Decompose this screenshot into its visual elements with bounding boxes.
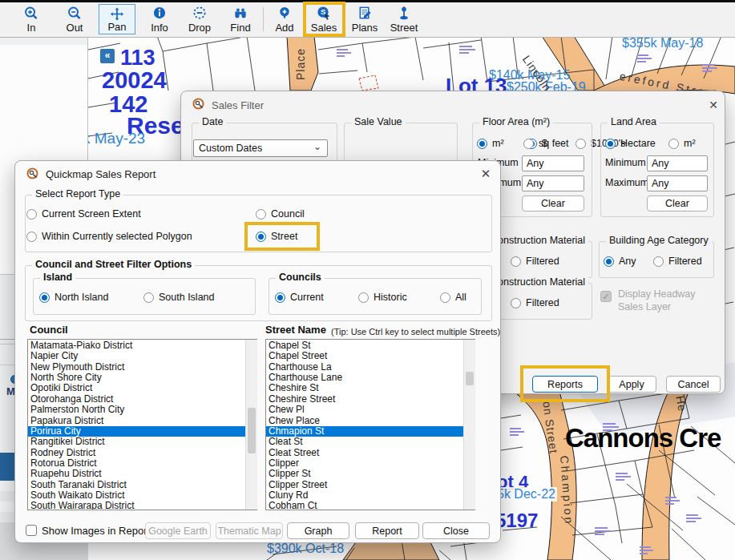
checkbox-label: Display Headway Sales Layer [618,288,718,313]
land-area-hectare-radio[interactable] [605,139,616,149]
list-item[interactable]: Rotorua District [30,458,256,469]
land-area-min-field[interactable]: Any [647,155,708,171]
toolbar-button-sales[interactable]: S Sales [305,4,342,34]
island-north-radio[interactable] [39,292,50,303]
radio-label: Filtered [526,297,559,308]
list-item[interactable]: Cleat St [269,437,475,447]
toolbar-button-pan[interactable]: Pan [99,4,135,34]
list-item[interactable]: Rodney District [30,448,256,458]
display-headway-checkbox[interactable]: ✓ [600,291,612,302]
councils-all-radio[interactable] [440,292,450,303]
list-item[interactable]: Papakura District [30,416,256,426]
show-images-checkbox[interactable] [26,525,37,536]
island-south-radio[interactable] [143,292,154,303]
toolbar-button-street[interactable]: Street [386,4,422,34]
toolbar-label: Add [275,22,293,33]
report-type-polygon-radio[interactable] [26,232,37,242]
list-item[interactable]: Cluny Rd [269,490,475,501]
list-item[interactable]: North Shore City [30,373,256,383]
land-area-max-field[interactable]: Any [647,175,708,191]
list-item[interactable]: Chew Pl [269,405,475,415]
group-label: Councils [276,272,325,283]
list-item[interactable]: Otorohanga District [30,394,256,405]
report-type-street-radio[interactable] [256,232,266,242]
list-item[interactable]: Matamata-Piako District [30,340,256,351]
google-earth-button[interactable]: Google Earth [145,522,211,539]
toolbar-button-find[interactable]: Find [222,4,259,34]
close-icon[interactable]: ✕ [479,167,493,181]
council-listbox[interactable]: Matamata-Piako DistrictNapier CityNew Pl… [27,339,257,510]
floor-area-max-field[interactable]: Any [522,175,584,191]
list-item[interactable]: Chapel St [269,340,475,351]
building-age-filtered-radio[interactable] [653,256,664,267]
list-item[interactable]: Chapel Street [269,351,475,361]
list-item[interactable]: South Waikato District [30,490,256,501]
toolbar-button-zoom-out[interactable]: Out [56,4,93,34]
sidebar-collapse-button[interactable]: « [100,49,115,63]
toolbar-label: Plans [352,22,378,33]
floor-area-sqfeet-radio[interactable] [523,139,534,149]
thematic-map-button[interactable]: Thematic Map [216,522,283,539]
list-item[interactable]: Charthouse La [269,362,475,373]
quickmap-logo-icon [192,98,205,111]
floor-area-m2-radio[interactable] [477,139,487,149]
report-button[interactable]: Report [355,522,419,539]
pan-icon [109,6,125,22]
cancel-button[interactable]: Cancel [666,376,721,393]
toolbar-button-add[interactable]: Add [266,4,303,34]
list-item[interactable]: Cheshire St [269,383,475,393]
list-item[interactable]: Cheshire Street [269,394,475,405]
graph-button[interactable]: Graph [287,522,349,539]
toolbar-label: Drop [188,22,211,33]
list-item[interactable]: Ruapehu District [30,469,256,479]
reports-button[interactable]: Reports [532,376,598,393]
group-label: Date [199,116,226,127]
list-item[interactable]: New Plymouth District [30,362,256,373]
list-item[interactable]: Clipper Street [269,480,475,490]
list-item[interactable]: Charthouse Lane [269,373,475,383]
scrollbar-thumb[interactable] [248,408,256,453]
toolbar-button-info[interactable]: Info [141,4,178,34]
scrollbar-thumb[interactable] [466,372,474,385]
councils-current-radio[interactable] [275,292,285,303]
apply-button[interactable]: Apply [607,376,656,393]
construction1-filtered-radio[interactable] [511,256,521,267]
date-range-combobox[interactable]: Custom Dates ⌄ [193,139,328,157]
building-age-any-radio[interactable] [604,256,614,267]
toolbar-button-plans[interactable]: Plans [346,4,383,34]
close-icon[interactable]: ✕ [706,98,721,112]
list-item[interactable]: Chew Place [269,416,475,426]
report-type-screen-extent-radio[interactable] [26,209,37,220]
list-item[interactable]: Opotiki District [30,383,256,393]
report-type-council-radio[interactable] [256,209,266,220]
street-listbox[interactable]: Chapel StChapel StreetCharthouse LaChart… [265,339,475,510]
toolbar-label: Pan [107,22,126,32]
list-item[interactable]: South Taranaki District [30,480,256,490]
list-item[interactable]: Porirua City [28,426,256,437]
list-item[interactable]: South Wairarapa District [30,501,256,510]
radio-label: m² [684,138,696,149]
construction2-filtered-radio[interactable] [511,298,521,308]
toolbar-label: Find [230,22,250,33]
list-item[interactable]: Clipper St [269,469,475,479]
land-area-m2-radio[interactable] [668,139,679,149]
select-report-type-group: Select Report Type [25,195,492,252]
list-item[interactable]: Rangitikei District [30,437,256,447]
land-area-clear-button[interactable]: Clear [647,195,708,212]
list-item[interactable]: Palmerston North City [30,405,256,415]
list-item[interactable]: Clipper [269,458,475,469]
council-list-scrollbar[interactable] [245,340,257,510]
plans-document-icon [357,6,373,21]
floor-area-clear-button[interactable]: Clear [522,195,584,212]
list-item[interactable]: Chmapion St [266,426,475,437]
list-item[interactable]: Cobham Ct [269,501,475,510]
toolbar-label: Sales [311,22,337,33]
close-button[interactable]: Close [422,522,490,539]
street-list-scrollbar[interactable] [463,340,475,510]
toolbar-button-zoom-in[interactable]: In [13,4,50,34]
floor-area-min-field[interactable]: Any [522,155,584,171]
councils-historic-radio[interactable] [358,292,369,303]
toolbar-button-drop[interactable]: Drop [181,4,218,34]
list-item[interactable]: Cleat Street [269,448,475,458]
list-item[interactable]: Napier City [30,351,256,361]
